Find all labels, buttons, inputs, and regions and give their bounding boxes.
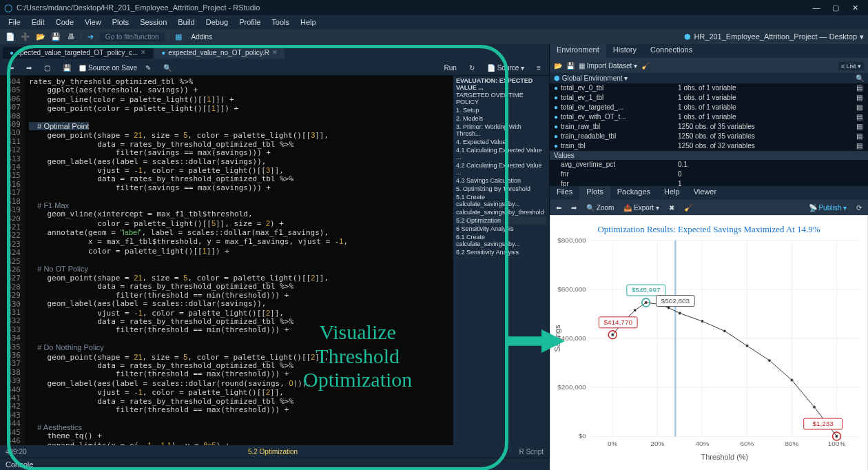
outline-item[interactable]: calculate_savings_by_threshold — [456, 208, 546, 216]
forward-icon[interactable]: ➡ — [22, 63, 36, 72]
save-env-icon[interactable]: 💾 — [566, 62, 575, 70]
refresh-icon[interactable]: ⟳ — [853, 203, 865, 212]
expand-icon[interactable]: ▤ — [854, 83, 864, 93]
print-icon[interactable]: 🖶 — [65, 30, 77, 43]
maximize-icon[interactable]: ▢ — [827, 1, 845, 14]
outline-item[interactable]: 4.3 Savings Calculation — [456, 176, 546, 185]
outline-item[interactable]: 5.1 Create calculate_savings_by... — [456, 193, 546, 208]
source-on-save-checkbox[interactable] — [79, 65, 86, 72]
menu-session[interactable]: Session — [134, 17, 172, 28]
rerun-icon[interactable]: ↻ — [465, 63, 479, 72]
find-icon[interactable]: 🔍 — [159, 63, 176, 72]
goto-icon[interactable]: ➔ — [85, 30, 97, 43]
file-mode[interactable]: R Script — [519, 448, 544, 456]
addins-dropdown[interactable]: Addins — [187, 32, 217, 42]
clear-plots-icon[interactable]: 🧹 — [681, 203, 696, 212]
expand-icon[interactable]: ▤ — [854, 93, 864, 103]
env-row[interactable]: ●train_tbl1250 obs. of 32 variables▤ — [550, 141, 868, 151]
source-on-save[interactable]: Source on Save — [79, 64, 137, 72]
outline-item[interactable]: 5. Optimizing By Threshold — [456, 185, 546, 193]
env-row[interactable]: ●train_raw_tbl1250 obs. of 35 variables▤ — [550, 122, 868, 132]
menu-tools[interactable]: Tools — [266, 17, 295, 28]
tab-connections[interactable]: Connections — [643, 44, 699, 58]
outline-item[interactable]: 4. Expected Value — [456, 138, 546, 146]
remove-plot-icon[interactable]: ✖ — [665, 203, 678, 212]
wand-icon[interactable]: ✎ — [141, 63, 155, 72]
menu-file[interactable]: File — [3, 17, 26, 28]
env-row[interactable]: ●total_ev_with_OT_t...1 obs. of 1 variab… — [550, 112, 868, 122]
tab-environment[interactable]: Environment — [550, 44, 606, 58]
env-row[interactable]: ●fnr0 — [550, 170, 868, 179]
minimize-icon[interactable]: — — [807, 1, 825, 14]
outline-item[interactable]: 4.2 Calculating Expected Value ... — [456, 161, 546, 176]
outline-item[interactable]: 2. Models — [456, 114, 546, 123]
load-icon[interactable]: 📂 — [554, 62, 562, 70]
close-icon[interactable]: ✕ — [272, 49, 278, 56]
new-file-icon[interactable]: 📄 — [4, 30, 17, 43]
file-icon: ● — [10, 49, 14, 57]
expand-icon[interactable]: ▤ — [854, 112, 864, 122]
menu-edit[interactable]: Edit — [26, 17, 50, 28]
expand-icon[interactable]: ▤ — [854, 141, 864, 151]
tab-viewer[interactable]: Viewer — [687, 186, 723, 200]
outline-item[interactable]: 3. Primer: Working With Thresh... — [456, 123, 546, 138]
grid-icon[interactable]: ▦ — [172, 30, 185, 43]
prev-plot-icon[interactable]: ⬅ — [552, 203, 565, 212]
env-row[interactable]: ●train_readable_tbl1250 obs. of 35 varia… — [550, 132, 868, 141]
outline-item[interactable]: 4.1 Calculating Expected Value ... — [456, 146, 546, 161]
list-view-dropdown[interactable]: ≡ List ▾ — [838, 62, 864, 70]
export-dropdown[interactable]: 📤 Export ▾ — [620, 203, 662, 212]
menu-build[interactable]: Build — [172, 17, 200, 28]
goto-file-input[interactable]: Go to file/function — [100, 32, 165, 41]
project-selector[interactable]: ⬢ HR_201_Employee_Attrition_Project — De… — [684, 32, 864, 41]
menu-help[interactable]: Help — [295, 17, 322, 28]
code-editor[interactable]: rates_by_threshold_optimized_tbl %>% ggp… — [25, 76, 453, 445]
outline-item[interactable]: 6.2 Sensitivity Analysis — [456, 248, 546, 256]
tab-packages[interactable]: Packages — [610, 186, 657, 200]
env-scope[interactable]: ⬢ Global Environment ▾ 🔍 — [550, 73, 868, 83]
expand-icon[interactable]: ▤ — [854, 103, 864, 112]
menu-profile[interactable]: Profile — [234, 17, 266, 28]
menubar: File Edit Code View Plots Session Build … — [0, 15, 868, 29]
import-dataset-button[interactable]: ▦ Import Dataset ▾ — [579, 62, 637, 70]
menu-code[interactable]: Code — [50, 17, 79, 28]
zoom-button[interactable]: 🔍 Zoom — [583, 203, 617, 212]
outline-item[interactable]: 1. Setup — [456, 106, 546, 114]
outline-item[interactable]: TARGETED OVERTIME POLICY — [456, 91, 546, 106]
broom-icon[interactable]: 🧹 — [641, 62, 650, 70]
close-icon[interactable]: ✕ — [846, 1, 864, 14]
outline-toggle-icon[interactable]: ≡ — [533, 63, 545, 72]
env-row[interactable]: ●avg_overtime_pct0.1 — [550, 160, 868, 170]
section-indicator[interactable]: 5.2 Optimization — [248, 448, 298, 456]
menu-debug[interactable]: Debug — [200, 17, 234, 28]
publish-button[interactable]: 📡 Publish ▾ — [805, 203, 850, 212]
outline-item[interactable]: 5.2 Optimization — [456, 216, 546, 225]
env-row[interactable]: ●total_ev_targeted_...1 obs. of 1 variab… — [550, 103, 868, 112]
menu-plots[interactable]: Plots — [107, 17, 134, 28]
outline-item[interactable]: 6.1 Create calculate_savings_by... — [456, 233, 546, 248]
back-icon[interactable]: ⬅ — [4, 63, 18, 72]
tab-plots[interactable]: Plots — [579, 186, 610, 200]
code-area[interactable]: 404 405 406 407 408 409 410 411 412 413 … — [0, 76, 549, 445]
open-file-icon[interactable]: 📂 — [34, 30, 47, 43]
tab-history[interactable]: History — [606, 44, 643, 58]
show-in-new-icon[interactable]: ▢ — [40, 63, 54, 72]
save-icon[interactable]: 💾 — [59, 63, 75, 72]
expand-icon[interactable]: ▤ — [854, 132, 864, 141]
new-project-icon[interactable]: ➕ — [19, 30, 32, 43]
env-row[interactable]: ●total_ev_1_tbl1 obs. of 1 variable▤ — [550, 93, 868, 103]
source-dropdown[interactable]: 📄 Source ▾ — [483, 63, 528, 72]
next-plot-icon[interactable]: ➡ — [568, 203, 580, 212]
env-row[interactable]: ●total_ev_0_tbl1 obs. of 1 variable▤ — [550, 83, 868, 93]
file-icon: ● — [161, 49, 165, 57]
menu-view[interactable]: View — [79, 17, 107, 28]
tab-help[interactable]: Help — [657, 186, 687, 200]
search-icon[interactable]: 🔍 — [856, 74, 864, 82]
expand-icon[interactable]: ▤ — [854, 122, 864, 132]
tab-no-ot-policy[interactable]: ● expected_value_no_OT_policy.R ✕ — [154, 47, 285, 59]
run-button[interactable]: Run — [440, 63, 461, 72]
save-all-icon[interactable]: 💾 — [50, 30, 62, 43]
outline-item[interactable]: 6 Sensitivity Analysis — [456, 225, 546, 233]
tab-targeted-policy[interactable]: ● xpected_value_targeted_OT_policy_c... … — [3, 47, 153, 59]
close-icon[interactable]: ✕ — [141, 49, 146, 56]
